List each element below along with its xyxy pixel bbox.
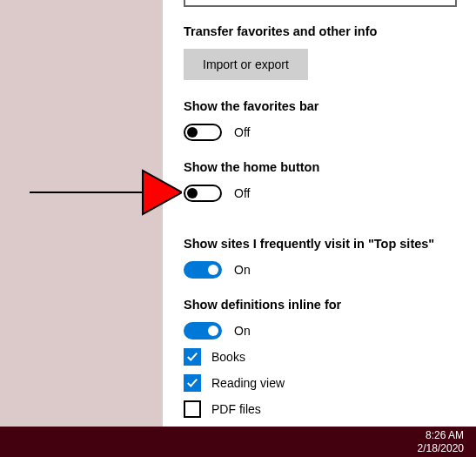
toggle-knob (208, 326, 218, 336)
toggle-knob (187, 188, 198, 198)
taskbar-date: 2/18/2020 (418, 442, 464, 455)
checkbox-pdf-files[interactable] (184, 400, 201, 418)
heading-transfer: Transfer favorites and other info (184, 24, 476, 38)
settings-panel: Transfer favorites and other info Import… (162, 0, 476, 427)
checkbox-label-pdf-files: PDF files (211, 402, 261, 416)
section-home-button: Show the home button Off (184, 160, 476, 202)
toggle-definitions[interactable] (184, 322, 222, 339)
toggle-favorites-bar[interactable] (184, 124, 222, 141)
toggle-label-home-button: Off (234, 186, 250, 200)
checkbox-books[interactable] (184, 348, 201, 366)
section-favorites-bar: Show the favorites bar Off (184, 99, 476, 141)
toggle-label-definitions: On (234, 324, 251, 338)
heading-top-sites: Show sites I frequently visit in "Top si… (184, 237, 476, 251)
check-icon (186, 377, 198, 389)
taskbar[interactable]: 8:26 AM 2/18/2020 (0, 427, 476, 457)
checkbox-label-reading-view: Reading view (211, 376, 285, 390)
import-export-button[interactable]: Import or export (184, 49, 308, 80)
section-definitions: Show definitions inline for On Books Rea… (184, 298, 476, 418)
taskbar-clock[interactable]: 8:26 AM 2/18/2020 (418, 429, 464, 455)
toggle-top-sites[interactable] (184, 261, 222, 279)
taskbar-time: 8:26 AM (418, 429, 464, 442)
checkbox-label-books: Books (211, 350, 245, 364)
checkbox-reading-view[interactable] (184, 374, 201, 392)
input-field-partial[interactable] (184, 0, 457, 7)
section-transfer: Transfer favorites and other info Import… (184, 24, 476, 80)
screenshot-root: Transfer favorites and other info Import… (0, 0, 476, 457)
left-margin (0, 0, 162, 427)
toggle-knob (208, 265, 218, 275)
heading-definitions: Show definitions inline for (184, 298, 476, 312)
checkbox-row-books: Books (184, 348, 476, 366)
toggle-label-top-sites: On (234, 263, 251, 277)
heading-favorites-bar: Show the favorites bar (184, 99, 476, 113)
check-icon (186, 351, 198, 363)
heading-home-button: Show the home button (184, 160, 476, 174)
checkbox-row-reading-view: Reading view (184, 374, 476, 392)
toggle-home-button[interactable] (184, 185, 222, 202)
toggle-knob (187, 127, 198, 138)
section-top-sites: Show sites I frequently visit in "Top si… (184, 237, 476, 279)
toggle-label-favorites-bar: Off (234, 125, 250, 139)
checkbox-row-pdf-files: PDF files (184, 400, 476, 418)
